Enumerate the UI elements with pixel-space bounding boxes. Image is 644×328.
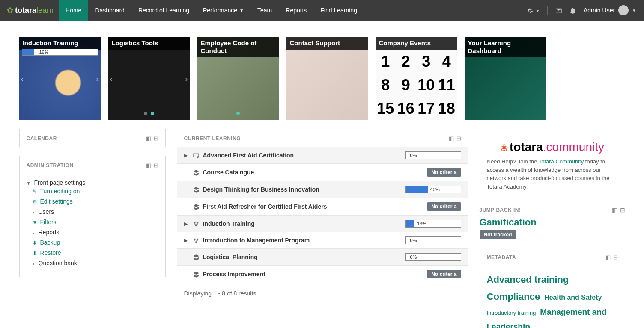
tile-company-events[interactable]: 123489101115161718Company Events	[376, 37, 457, 120]
carousel-dots[interactable]	[236, 112, 240, 115]
tree-root[interactable]: ▼ Front page settings ✎Turn editing on⚙E…	[27, 177, 158, 270]
admin-item-filters[interactable]: ▼Filters	[33, 217, 158, 227]
learning-row: ▶Induction Training16%	[177, 215, 468, 232]
course-icon	[193, 203, 203, 210]
mail-icon[interactable]	[555, 7, 562, 14]
filter-icon: ▼	[33, 219, 39, 225]
upload-icon: ⬆	[33, 250, 39, 256]
course-name[interactable]: Logistical Planning	[203, 254, 405, 260]
nav-performance[interactable]: Performance▼	[196, 0, 250, 21]
nav-team[interactable]: Team	[250, 0, 279, 21]
dock-icon[interactable]: ◧	[146, 135, 151, 142]
admin-item-label: Filters	[40, 219, 57, 225]
user-menu[interactable]: Admin User ▼	[584, 5, 636, 15]
tile-induction-training[interactable]: Induction Training16%‹›	[19, 37, 101, 120]
arrow-left-icon[interactable]: ‹	[21, 74, 24, 83]
community-link[interactable]: Totara Community	[539, 158, 584, 165]
learning-row: Design Thinking for Business Innovation4…	[177, 181, 468, 198]
top-nav: ✿ totaralearn HomeDashboardRecord of Lea…	[0, 0, 644, 21]
community-logo-2: .community	[543, 140, 604, 154]
tag-introductory-training[interactable]: Introductory training	[487, 310, 536, 316]
learning-row: Course CatalogueNo criteria	[177, 163, 468, 181]
caret-down-icon: ▼	[27, 181, 31, 186]
dock-icon[interactable]: ◧	[146, 162, 151, 168]
program-icon	[193, 220, 203, 227]
nav-items: HomeDashboardRecord of LearningPerforman…	[59, 0, 364, 21]
nav-divider	[547, 6, 548, 15]
bell-icon[interactable]	[570, 6, 576, 14]
carousel-dots[interactable]	[144, 112, 154, 115]
course-name[interactable]: Design Thinking for Business Innovation	[203, 186, 405, 193]
progress-bar: 16%	[405, 220, 461, 228]
calendar-title: CALENDAR	[27, 136, 57, 142]
tile-logistics-tools[interactable]: Logistics Tools‹›	[108, 37, 190, 120]
admin-item-turn-editing-on[interactable]: ✎Turn editing on	[33, 186, 158, 196]
progress-bar: 0%	[405, 236, 461, 244]
dock-icon[interactable]: ◧	[612, 207, 617, 213]
cert-icon	[193, 151, 203, 159]
community-block: ❀ totara.community Need Help? Join the T…	[480, 129, 625, 198]
caret-right-icon: ▸	[33, 210, 37, 215]
user-name: Admin User	[584, 7, 615, 14]
course-icon	[193, 253, 203, 260]
admin-item-backup[interactable]: ⬇Backup	[33, 237, 158, 248]
tile-contact-support[interactable]: Contact Support	[286, 37, 368, 120]
nav-home[interactable]: Home	[59, 0, 88, 21]
chevron-down-icon: ▼	[239, 8, 244, 13]
collapse-icon[interactable]: ⊟	[620, 207, 625, 213]
tag-cloud: Advanced training Compliance Health and …	[487, 271, 618, 328]
arrow-right-icon[interactable]: ›	[96, 74, 99, 83]
nav-record-of-learning[interactable]: Record of Learning	[131, 0, 196, 21]
course-name[interactable]: Introduction to Management Program	[203, 237, 405, 244]
nav-reports[interactable]: Reports	[279, 0, 313, 21]
collapse-icon[interactable]: ⊟	[613, 254, 618, 260]
no-criteria-badge: No criteria	[427, 270, 461, 278]
arrow-right-icon[interactable]: ›	[185, 74, 188, 83]
nav-dashboard[interactable]: Dashboard	[88, 0, 131, 21]
no-criteria-badge: No criteria	[427, 202, 461, 211]
admin-item-reports[interactable]: ▸Reports	[33, 227, 158, 237]
tile-your-learning-dashboard[interactable]: Your Learning Dashboard	[465, 37, 546, 120]
jump-back-header: JUMP BACK IN! ◧ ⊟	[480, 207, 625, 213]
svg-point-3	[197, 222, 198, 223]
svg-point-4	[195, 225, 197, 226]
gear-icon: ⚙	[33, 199, 39, 205]
admin-item-label: Reports	[39, 229, 60, 236]
nav-find-learning[interactable]: Find Learning	[313, 0, 364, 21]
admin-item-label: Question bank	[39, 260, 77, 266]
dock-icon[interactable]: ◧	[449, 135, 454, 142]
admin-item-question-bank[interactable]: ▸Question bank	[33, 258, 158, 268]
expand-icon[interactable]: ⊞	[154, 135, 158, 142]
tag-compliance[interactable]: Compliance	[487, 291, 540, 302]
tile-title: Employee Code of Conduct	[197, 37, 279, 57]
caret-right-icon: ▸	[33, 230, 37, 235]
admin-item-label: Restore	[40, 249, 61, 256]
collapse-icon[interactable]: ⊟	[456, 135, 461, 142]
collapse-icon[interactable]: ⊟	[154, 162, 158, 168]
admin-item-label: Backup	[40, 239, 60, 246]
tile-employee-code-of-conduct[interactable]: Employee Code of Conduct	[197, 37, 279, 120]
petal-icon: ❀	[500, 142, 508, 154]
arrow-left-icon[interactable]: ‹	[110, 74, 113, 83]
expand-toggle[interactable]: ▶	[184, 221, 193, 227]
admin-item-users[interactable]: ▸Users	[33, 207, 158, 217]
expand-toggle[interactable]: ▶	[184, 153, 193, 158]
dock-icon[interactable]: ◧	[605, 254, 611, 260]
gear-icon[interactable]: ▼	[527, 7, 540, 14]
admin-item-edit-settings[interactable]: ⚙Edit settings	[33, 196, 158, 207]
tag-advanced-training[interactable]: Advanced training	[487, 274, 569, 285]
course-name[interactable]: Induction Training	[203, 220, 405, 227]
admin-tree: ▼ Front page settings ✎Turn editing on⚙E…	[20, 174, 165, 277]
tile-title: Logistics Tools	[108, 37, 190, 50]
admin-title: ADMINISTRATION	[27, 163, 74, 168]
jump-back-link[interactable]: Gamification	[480, 217, 625, 228]
course-name[interactable]: Advanced First Aid Certification	[203, 152, 405, 159]
brand-logo[interactable]: ✿ totaralearn	[0, 6, 59, 15]
course-name[interactable]: First Aid Refresher for Certified First …	[203, 203, 427, 210]
admin-item-restore[interactable]: ⬆Restore	[33, 248, 158, 258]
expand-toggle[interactable]: ▶	[184, 238, 193, 243]
course-name[interactable]: Course Catalogue	[203, 169, 427, 176]
tag-health-and-safety[interactable]: Health and Safety	[544, 294, 602, 301]
learning-row: ▶Advanced First Aid Certification0%	[177, 147, 468, 163]
course-name[interactable]: Process Improvement	[203, 271, 427, 278]
